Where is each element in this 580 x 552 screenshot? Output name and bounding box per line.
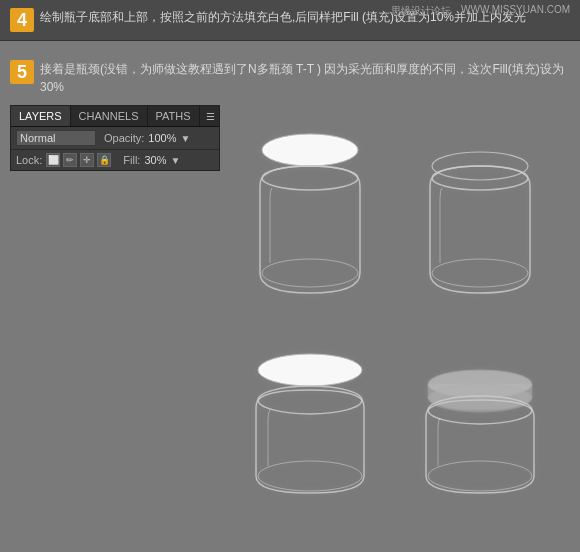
blend-opacity-row: Normal Opacity: 100% ▼: [11, 127, 219, 150]
jar-1-container: [230, 98, 390, 308]
fill-label: Fill:: [123, 154, 140, 166]
svg-point-10: [428, 384, 532, 412]
opacity-value: 100%: [148, 132, 176, 144]
lock-all-icon[interactable]: 🔒: [97, 153, 111, 167]
jar-2: [410, 98, 550, 308]
opacity-label: Opacity:: [104, 132, 144, 144]
panel-menu-icon[interactable]: ☰: [200, 107, 221, 126]
svg-point-1: [262, 166, 358, 190]
lock-icons: ⬜ ✏ ✛ 🔒: [46, 153, 111, 167]
jar-3: [240, 328, 380, 508]
lock-transparent-icon[interactable]: ⬜: [46, 153, 60, 167]
svg-point-0: [262, 134, 358, 166]
jar-3-container: [230, 318, 390, 518]
tab-paths[interactable]: PATHS: [148, 106, 200, 126]
svg-point-2: [262, 259, 358, 287]
step5-number: 5: [10, 60, 34, 84]
lock-position-icon[interactable]: ✛: [80, 153, 94, 167]
lock-image-icon[interactable]: ✏: [63, 153, 77, 167]
panel-tabs: LAYERS CHANNELS PATHS ☰: [11, 106, 219, 127]
svg-point-3: [432, 166, 528, 190]
jar-4-container: [400, 318, 560, 518]
jar-1: [240, 98, 380, 308]
watermark-left: 思缘设计论坛: [391, 4, 451, 18]
fill-value: 30%: [144, 154, 166, 166]
step4-number: 4: [10, 8, 34, 32]
jar-grid: [220, 88, 570, 528]
lock-fill-row: Lock: ⬜ ✏ ✛ 🔒 Fill: 30% ▼: [11, 150, 219, 170]
svg-point-8: [258, 461, 362, 491]
blend-mode-select[interactable]: Normal: [16, 130, 96, 146]
jar-4: [410, 328, 550, 508]
watermark: 思缘设计论坛 WWW.MISSYUAN.COM: [391, 4, 570, 18]
tab-channels[interactable]: CHANNELS: [71, 106, 148, 126]
svg-point-5: [432, 259, 528, 287]
jar-2-container: [400, 98, 560, 308]
layers-panel: LAYERS CHANNELS PATHS ☰ Normal Opacity: …: [10, 105, 220, 171]
fill-arrow[interactable]: ▼: [170, 155, 180, 166]
opacity-arrow[interactable]: ▼: [181, 133, 191, 144]
tab-layers[interactable]: LAYERS: [11, 106, 71, 126]
svg-point-6: [258, 354, 362, 386]
watermark-right: WWW.MISSYUAN.COM: [461, 4, 570, 18]
lock-label: Lock:: [16, 154, 42, 166]
svg-point-12: [428, 461, 532, 491]
jars-area: [220, 88, 580, 552]
